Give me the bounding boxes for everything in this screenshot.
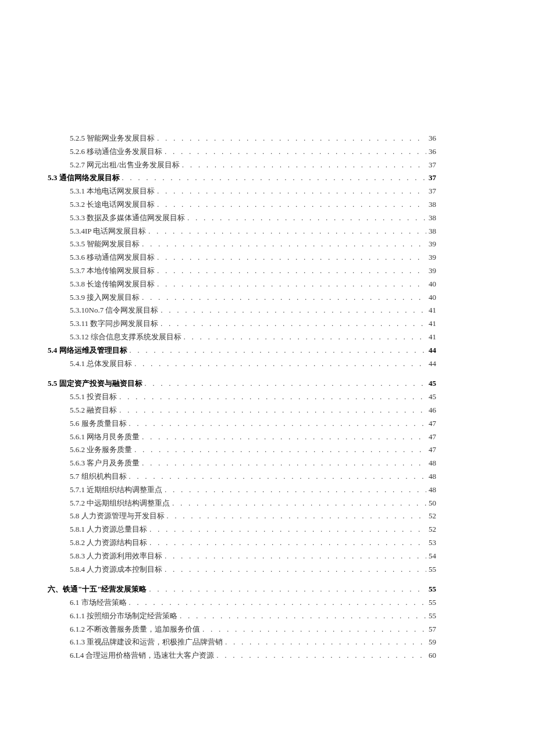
toc-entry: 5.2.5 智能网业务发展目标36 xyxy=(47,132,436,145)
toc-dot-leaders xyxy=(119,392,426,403)
toc-entry-label: 5.3.1 本地电话网发展目标 xyxy=(70,185,155,198)
toc-entry: 6.1.2 不断改善服务质量，追加服务价值57 xyxy=(47,624,436,636)
toc-entry-label: 5.5.2 融资目标 xyxy=(70,404,117,417)
toc-entry-label: 5.7.1 近期组织结构调整重点 xyxy=(70,484,162,496)
toc-entry: 5.8.3 人力资源利用效率目标54 xyxy=(47,550,436,562)
toc-entry-page: 39 xyxy=(429,252,436,264)
toc-entry: 5.5 固定资产投资与融资目标45 xyxy=(47,378,436,390)
toc-dot-leaders xyxy=(149,524,426,535)
toc-dot-leaders xyxy=(165,564,426,575)
toc-entry-page: 55 xyxy=(429,597,436,609)
toc-entry: 5.3.6 移动通信网发展目标39 xyxy=(47,252,436,264)
toc-entry: 5.8.1 人力资源总量目标52 xyxy=(47,524,436,536)
toc-entry: 5.3.8 长途传输网发展目标40 xyxy=(47,278,436,291)
toc-entry: 5.3.2 长途电话网发展目标38 xyxy=(47,199,436,211)
toc-entry: 5.6.1 网络月艮务质量47 xyxy=(47,431,436,443)
toc-entry: 5.2.7 网元出租/出售业务发展目标37 xyxy=(47,159,436,171)
toc-entry: 5.6.3 客户月及务质量48 xyxy=(47,457,436,470)
toc-entry-label: 5.4 网络运维及管理目标 xyxy=(48,345,127,357)
toc-entry: 5.5.1 投资目标45 xyxy=(47,391,436,403)
toc-entry: 5.3.4IP 电话网发展目标38 xyxy=(47,225,436,238)
toc-dot-leaders xyxy=(142,292,426,303)
toc-entry: 5.7.1 近期组织结构调整重点48 xyxy=(47,484,436,496)
toc-entry-label: 5.3.11 数字同步网发展目标 xyxy=(70,318,158,330)
toc-dot-leaders xyxy=(165,146,426,157)
toc-dot-leaders xyxy=(142,239,426,250)
toc-dot-leaders xyxy=(187,213,426,224)
toc-entry-label: 5.6.1 网络月艮务质量 xyxy=(70,431,140,443)
toc-entry-page: 44 xyxy=(429,345,436,357)
toc-entry: 5.4.1 总体发展目标44 xyxy=(47,358,436,370)
toc-entry-label: 6.1 市场经营策略 xyxy=(70,597,127,609)
toc-entry: 5.8.4 人力资源成本控制目标55 xyxy=(47,564,436,576)
toc-entry-page: 40 xyxy=(429,278,436,291)
toc-entry: 5.3.11 数字同步网发展目标41 xyxy=(47,318,436,330)
toc-dot-leaders xyxy=(129,597,427,608)
toc-entry-page: 41 xyxy=(429,331,436,343)
toc-entry-label: 5.4.1 总体发展目标 xyxy=(70,358,132,370)
toc-dot-leaders xyxy=(157,133,426,144)
toc-entry-label: 5.3 通信网络发展目标 xyxy=(48,172,120,184)
toc-dot-leaders xyxy=(145,378,427,389)
toc-entry: 5.4 网络运维及管理目标44 xyxy=(47,345,436,357)
toc-entry-label: 5.3.6 移动通信网发展目标 xyxy=(70,252,155,264)
toc-dot-leaders xyxy=(149,538,426,549)
toc-entry: 5.3.5 智能网发展目标39 xyxy=(47,238,436,250)
toc-entry: 5.3 通信网络发展目标37 xyxy=(47,172,436,184)
toc-entry-page: 41 xyxy=(429,318,436,330)
toc-entry: 5.3.9 接入网发展目标40 xyxy=(47,292,436,304)
toc-entry-label: 5.8.1 人力资源总量目标 xyxy=(70,524,147,536)
toc-dot-leaders xyxy=(202,624,426,635)
toc-entry: 5.6.2 业务服务质量47 xyxy=(47,444,436,456)
toc-dot-leaders xyxy=(216,650,426,661)
toc-dot-leaders xyxy=(122,173,427,184)
toc-entry-label: 5.3.3 数据及多媒体通信网发展目标 xyxy=(70,212,185,224)
toc-entry-page: 50 xyxy=(429,497,436,510)
toc-entry-page: 60 xyxy=(429,650,436,662)
toc-entry: 5.6 服务质量目标47 xyxy=(47,418,436,430)
toc-entry: 5.5.2 融资目标46 xyxy=(47,404,436,417)
toc-group-gap xyxy=(47,371,436,378)
toc-entry-page: 41 xyxy=(429,304,436,317)
toc-entry-label: 5.2.5 智能网业务发展目标 xyxy=(70,132,155,145)
toc-entry-label: 5.8 人力资源管理与开发目标 xyxy=(70,510,165,522)
toc-group-gap xyxy=(47,576,436,583)
toc-dot-leaders xyxy=(157,199,426,210)
toc-entry-page: 38 xyxy=(429,212,436,224)
toc-entry-page: 47 xyxy=(429,418,436,430)
toc-entry-page: 57 xyxy=(429,624,436,636)
toc-dot-leaders xyxy=(134,359,426,370)
toc-entry-page: 55 xyxy=(429,583,436,596)
toc-dot-leaders xyxy=(142,432,426,443)
toc-entry-label: 6.1.2 不断改善服务质量，追加服务价值 xyxy=(70,624,200,636)
toc-entry-label: 5.3.7 本地传输网发展目标 xyxy=(70,265,155,277)
toc-entry-page: 44 xyxy=(429,358,436,370)
toc-dot-leaders xyxy=(165,551,426,562)
toc-entry: 5.8.2 人力资源结构目标53 xyxy=(47,537,436,549)
table-of-contents: 5.2.5 智能网业务发展目标365.2.6 移动通信业务发展目标365.2.7… xyxy=(47,132,436,662)
toc-entry-page: 36 xyxy=(429,146,436,158)
toc-entry-label: 5.7 组织机构目标 xyxy=(70,471,127,483)
toc-dot-leaders xyxy=(165,485,426,496)
toc-entry-label: 5.5 固定资产投资与融资目标 xyxy=(48,378,142,390)
toc-entry-page: 54 xyxy=(429,550,436,562)
toc-entry-label: 5.2.7 网元出租/出售业务发展目标 xyxy=(70,159,180,171)
toc-entry-page: 52 xyxy=(429,524,436,536)
toc-entry-page: 37 xyxy=(429,172,436,184)
toc-dot-leaders xyxy=(134,445,426,456)
toc-entry-label: 5.7.2 中远期组织结构调整重点 xyxy=(70,497,170,510)
toc-entry-label: 5.3.9 接入网发展目标 xyxy=(70,292,140,304)
toc-entry-label: 5.6.2 业务服务质量 xyxy=(70,444,132,456)
toc-dot-leaders xyxy=(130,345,427,356)
toc-entry-page: 40 xyxy=(429,292,436,304)
toc-entry-page: 47 xyxy=(429,431,436,443)
toc-dot-leaders xyxy=(129,471,427,482)
toc-entry-page: 52 xyxy=(429,510,436,522)
toc-entry-page: 47 xyxy=(429,444,436,456)
toc-entry-label: 5.2.6 移动通信业务发展目标 xyxy=(70,146,162,158)
toc-entry-page: 45 xyxy=(429,391,436,403)
toc-entry-page: 53 xyxy=(429,537,436,549)
toc-entry-label: 5.8.3 人力资源利用效率目标 xyxy=(70,550,162,562)
toc-entry-label: 5.3.10No.7 信令网发展目标 xyxy=(70,304,158,317)
toc-entry-label: 5.5.1 投资目标 xyxy=(70,391,117,403)
